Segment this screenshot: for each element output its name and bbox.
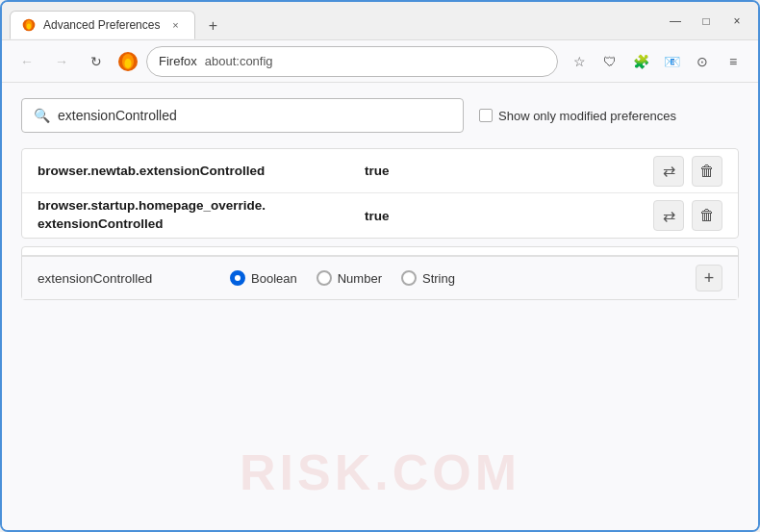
radio-number[interactable]: Number xyxy=(317,270,382,286)
reset-pref-1-button[interactable]: ⇄ xyxy=(653,156,684,187)
search-input[interactable] xyxy=(58,108,451,123)
refresh-button[interactable]: ↻ xyxy=(83,48,110,75)
active-tab[interactable]: Advanced Preferences × xyxy=(10,11,195,39)
tab-favicon-icon xyxy=(22,18,36,32)
pref-name-2-line1: browser.startup.homepage_override. xyxy=(38,197,365,215)
search-row: 🔍 Show only modified preferences xyxy=(21,98,739,133)
row-1-actions: ⇄ 🗑 xyxy=(653,156,722,187)
show-modified-label[interactable]: Show only modified preferences xyxy=(479,109,676,123)
new-pref-section: extensionControlled Boolean Number Strin… xyxy=(21,246,739,300)
search-icon: 🔍 xyxy=(34,108,50,123)
sync-icon[interactable]: 📧 xyxy=(658,48,685,75)
delete-pref-1-button[interactable]: 🗑 xyxy=(692,156,722,187)
forward-button[interactable]: → xyxy=(48,48,75,75)
content-area: RISK.COM 🔍 Show only modified preference… xyxy=(2,83,758,530)
tab-title: Advanced Preferences xyxy=(43,18,160,32)
radio-string[interactable]: String xyxy=(401,270,455,286)
browser-window: Advanced Preferences × + — □ × ← → ↻ Fir… xyxy=(0,0,760,532)
address-bar[interactable]: Firefox about:config xyxy=(146,46,558,77)
minimize-button[interactable]: — xyxy=(662,8,689,35)
table-row[interactable]: browser.newtab.extensionControlled true … xyxy=(22,149,738,193)
tab-strip: Advanced Preferences × + xyxy=(10,2,662,39)
shield-icon[interactable]: 🛡 xyxy=(596,48,623,75)
nav-bar: ← → ↻ Firefox about:config ☆ 🛡 🧩 📧 ⊙ ≡ xyxy=(2,40,758,83)
bookmark-icon[interactable]: ☆ xyxy=(566,48,593,75)
title-bar: Advanced Preferences × + — □ × xyxy=(2,2,758,40)
table-row[interactable]: browser.startup.homepage_override. exten… xyxy=(22,193,738,238)
radio-number-label: Number xyxy=(338,271,382,286)
radio-boolean-label: Boolean xyxy=(251,271,297,286)
watermark: RISK.COM xyxy=(240,443,520,501)
restore-button[interactable]: □ xyxy=(693,8,720,35)
radio-string-circle[interactable] xyxy=(401,270,417,286)
close-button[interactable]: × xyxy=(723,8,750,35)
radio-boolean-circle[interactable] xyxy=(230,270,245,286)
pref-value-1: true xyxy=(365,164,653,178)
delete-pref-2-button[interactable]: 🗑 xyxy=(692,200,722,231)
nav-icons: ☆ 🛡 🧩 📧 ⊙ ≡ xyxy=(566,48,747,75)
show-modified-checkbox[interactable] xyxy=(479,109,493,122)
pref-value-2: true xyxy=(365,209,653,223)
new-pref-name: extensionControlled xyxy=(38,271,230,286)
add-pref-button[interactable]: + xyxy=(696,265,722,291)
new-pref-row: extensionControlled Boolean Number Strin… xyxy=(22,255,738,299)
radio-boolean[interactable]: Boolean xyxy=(230,270,297,286)
pref-name-2-container: browser.startup.homepage_override. exten… xyxy=(38,197,365,234)
pref-name-2-line2: extensionControlled xyxy=(38,215,365,234)
address-url: about:config xyxy=(205,54,273,68)
window-controls: — □ × xyxy=(662,8,750,35)
firefox-logo-icon xyxy=(117,51,139,72)
new-tab-button[interactable]: + xyxy=(199,13,226,39)
back-button[interactable]: ← xyxy=(13,48,40,75)
search-box[interactable]: 🔍 xyxy=(21,98,464,133)
radio-number-circle[interactable] xyxy=(317,270,332,286)
menu-icon[interactable]: ≡ xyxy=(720,48,747,75)
reset-pref-2-button[interactable]: ⇄ xyxy=(653,200,684,231)
results-table: browser.newtab.extensionControlled true … xyxy=(21,148,739,239)
show-modified-text: Show only modified preferences xyxy=(498,109,676,123)
row-2-actions: ⇄ 🗑 xyxy=(653,200,722,231)
type-radio-group: Boolean Number String xyxy=(230,270,688,286)
radio-string-label: String xyxy=(422,271,455,286)
extension-icon[interactable]: 🧩 xyxy=(627,48,654,75)
tab-close-button[interactable]: × xyxy=(167,17,183,33)
pref-name-1: browser.newtab.extensionControlled xyxy=(38,164,365,178)
svg-point-5 xyxy=(125,59,132,68)
pocket-icon[interactable]: ⊙ xyxy=(689,48,716,75)
svg-point-2 xyxy=(27,24,31,30)
address-site-name: Firefox xyxy=(159,54,197,68)
